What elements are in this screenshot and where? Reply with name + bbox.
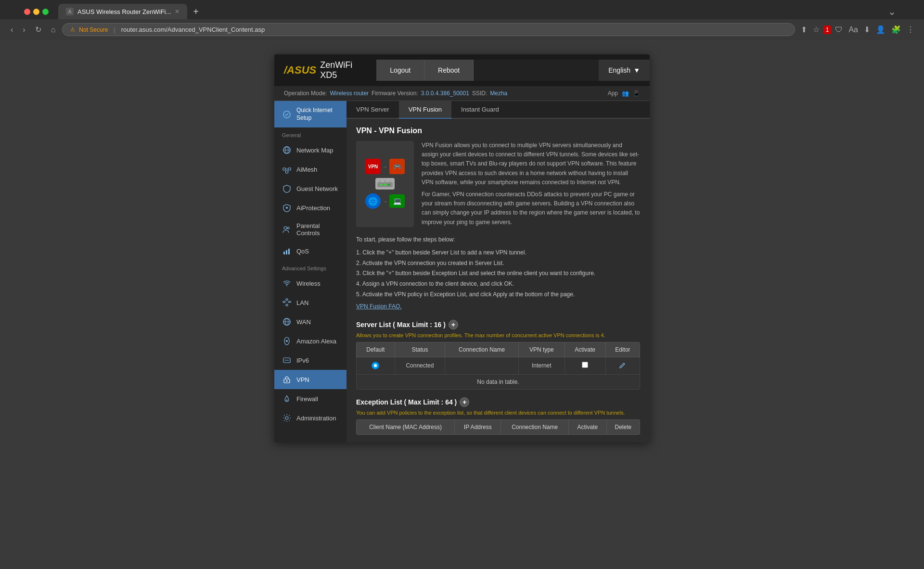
aiprotection-icon — [282, 203, 292, 213]
cell-vpn-type: Internet — [519, 357, 565, 374]
router-header: /ASUS ZenWiFi XD5 Logout Reboot English … — [274, 54, 650, 86]
quick-setup-item[interactable]: Quick Internet Setup — [274, 101, 346, 127]
browser-toolbar: ‹ › ↻ ⌂ ⚠ Not Secure | router.asus.com/A… — [0, 19, 924, 40]
no-data-row: No data in table. — [357, 374, 640, 389]
svg-point-9 — [286, 207, 288, 209]
sidebar-item-label: IPv6 — [296, 357, 309, 364]
dot-inner — [374, 364, 377, 367]
cell-connection-name — [445, 357, 519, 374]
minimize-window-button[interactable] — [33, 9, 39, 15]
tab-instant-guard[interactable]: Instant Guard — [451, 101, 509, 119]
forward-button[interactable]: › — [20, 24, 28, 36]
download-icon[interactable]: ⬇ — [862, 23, 872, 36]
gamepad-icon: 🎮 — [389, 159, 405, 174]
col-default: Default — [357, 342, 395, 357]
cell-activate[interactable] — [565, 357, 605, 374]
share-icon[interactable]: ⬆ — [799, 23, 809, 36]
sidebar-item-qos[interactable]: QoS — [274, 241, 346, 261]
edit-icon[interactable] — [619, 361, 627, 369]
description-section: VPN → 🎮 — [356, 141, 640, 227]
logout-button[interactable]: Logout — [376, 60, 424, 81]
sidebar-item-label: AiMesh — [296, 166, 317, 173]
header-buttons: Logout Reboot English ▼ — [376, 60, 650, 81]
sidebar-item-amazon-alexa[interactable]: Amazon Alexa — [274, 331, 346, 351]
reboot-button[interactable]: Reboot — [424, 60, 474, 81]
shield-icon — [282, 184, 292, 193]
operation-mode-value[interactable]: Wireless router — [330, 90, 369, 97]
mesh-icon — [282, 164, 292, 174]
firmware-value[interactable]: 3.0.0.4.386_50001 — [421, 90, 469, 97]
default-indicator — [372, 362, 379, 369]
activate-checkbox[interactable] — [582, 362, 588, 368]
alexa-icon — [282, 336, 292, 346]
sidebar-item-guest-network[interactable]: Guest Network — [274, 179, 346, 198]
svg-rect-4 — [283, 168, 285, 170]
svg-point-33 — [286, 400, 288, 401]
svg-rect-6 — [286, 171, 288, 173]
col-client-name: Client Name (MAC Address) — [357, 419, 455, 434]
sidebar-item-parental-controls[interactable]: Parental Controls — [274, 217, 346, 241]
sidebar-item-label: Administration — [296, 415, 336, 422]
extension-icon[interactable]: 1 — [823, 25, 832, 34]
tab-list-button[interactable]: ⌄ — [884, 4, 900, 19]
cell-editor[interactable] — [605, 357, 640, 374]
sidebar-item-label: Guest Network — [296, 185, 338, 192]
add-server-button[interactable]: + — [449, 320, 458, 329]
col-connection-name-ex: Connection Name — [501, 419, 569, 434]
tab-label: VPN Fusion — [409, 106, 442, 113]
shield-icon[interactable]: 🛡 — [833, 24, 845, 36]
sidebar: Quick Internet Setup General Network Map — [274, 101, 346, 443]
tab-vpn-server[interactable]: VPN Server — [346, 101, 399, 119]
server-list-note: Allows you to create VPN connection prof… — [356, 332, 640, 338]
sidebar-item-wan[interactable]: WAN — [274, 312, 346, 331]
close-window-button[interactable] — [24, 9, 30, 15]
sidebar-item-wireless[interactable]: Wireless — [274, 274, 346, 293]
menu-icon[interactable]: ⋮ — [905, 23, 916, 36]
bookmark-icon[interactable]: ☆ — [811, 23, 821, 36]
svg-point-11 — [287, 227, 289, 229]
svg-rect-5 — [288, 168, 291, 170]
home-button[interactable]: ⌂ — [48, 24, 59, 36]
col-activate-ex: Activate — [569, 419, 607, 434]
back-button[interactable]: ‹ — [8, 24, 16, 36]
globe-icon — [282, 145, 292, 155]
svg-point-10 — [284, 227, 287, 229]
wan-icon — [282, 317, 292, 327]
router-brand: /ASUS ZenWiFi XD5 — [274, 54, 376, 86]
add-exception-button[interactable]: + — [460, 397, 469, 407]
sidebar-item-vpn[interactable]: VPN — [274, 370, 346, 389]
sidebar-item-aiprotection[interactable]: AiProtection — [274, 198, 346, 217]
reader-icon[interactable]: Aa — [847, 24, 860, 36]
reload-button[interactable]: ↻ — [32, 23, 44, 36]
extensions-icon[interactable]: 🧩 — [889, 23, 903, 36]
faq-link[interactable]: VPN Fusion FAQ. — [356, 302, 640, 312]
router-ui: /ASUS ZenWiFi XD5 Logout Reboot English … — [274, 54, 650, 443]
profile-icon[interactable]: 👤 — [874, 23, 887, 36]
sidebar-item-lan[interactable]: LAN — [274, 293, 346, 312]
sidebar-item-ipv6[interactable]: IPv6 — [274, 351, 346, 370]
exception-list-title-text: Exception List ( Max Limit : 64 ) — [356, 398, 457, 406]
vpn-diagram: VPN → 🎮 — [356, 141, 414, 227]
sidebar-item-label: Wireless — [296, 280, 321, 287]
step-2: 2. Activate the VPN connection you creat… — [356, 258, 640, 269]
maximize-window-button[interactable] — [42, 9, 49, 15]
address-bar[interactable]: ⚠ Not Secure | router.asus.com/Advanced_… — [62, 23, 795, 36]
tab-vpn-fusion[interactable]: VPN Fusion — [399, 101, 451, 119]
sidebar-item-label: Parental Controls — [296, 222, 339, 237]
active-tab[interactable]: A ASUS Wireless Router ZenWiFi... ✕ — [58, 4, 187, 19]
svg-line-36 — [379, 180, 380, 182]
sidebar-item-firewall[interactable]: Firewall — [274, 389, 346, 408]
tab-close-button[interactable]: ✕ — [175, 8, 180, 15]
ssid-value[interactable]: Mezha — [490, 90, 507, 97]
server-list-title-text: Server List ( Max Limit : 16 ) — [356, 321, 446, 329]
sidebar-item-label: Firewall — [296, 395, 318, 403]
sidebar-item-network-map[interactable]: Network Map — [274, 140, 346, 160]
language-selector[interactable]: English ▼ — [599, 60, 650, 81]
sidebar-item-administration[interactable]: Administration — [274, 408, 346, 428]
qos-icon — [282, 246, 292, 256]
sidebar-item-aimesh[interactable]: AiMesh — [274, 160, 346, 179]
col-delete: Delete — [606, 419, 640, 434]
globe-diagram-icon: 🌐 — [365, 193, 381, 209]
advanced-section-label: Advanced Settings — [274, 261, 346, 274]
new-tab-button[interactable]: + — [189, 4, 203, 19]
